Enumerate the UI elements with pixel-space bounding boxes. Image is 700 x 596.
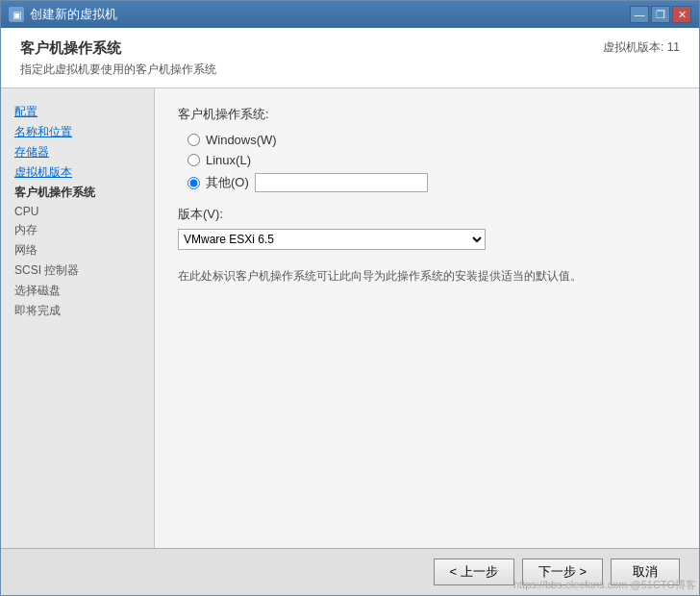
other-os-input[interactable] xyxy=(255,173,428,192)
wizard-header: 客户机操作系统 指定此虚拟机要使用的客户机操作系统 虚拟机版本: 11 xyxy=(1,28,699,88)
radio-windows[interactable] xyxy=(188,134,200,146)
titlebar: ▣ 创建新的虚拟机 — ❐ ✕ xyxy=(1,1,699,28)
window-controls: — ❐ ✕ xyxy=(630,6,691,23)
sidebar-item-disk: 选择磁盘 xyxy=(14,281,154,301)
os-radio-group: Windows(W) Linux(L) 其他(O) xyxy=(188,133,676,192)
version-select-row: VMware ESXi 6.5 VMware ESXi 6.0 VMware E… xyxy=(178,229,676,250)
radio-windows-row: Windows(W) xyxy=(188,133,676,147)
radio-other[interactable] xyxy=(188,177,200,189)
radio-linux-label[interactable]: Linux(L) xyxy=(206,153,251,167)
info-text: 在此处标识客户机操作系统可让此向导为此操作系统的安装提供适当的默认值。 xyxy=(178,267,676,285)
page-title: 客户机操作系统 xyxy=(20,39,216,58)
version-dropdown[interactable]: VMware ESXi 6.5 VMware ESXi 6.0 VMware E… xyxy=(178,229,486,250)
sidebar-item-config[interactable]: 配置 xyxy=(14,102,154,122)
version-info: 虚拟机版本: 11 xyxy=(603,39,680,56)
sidebar-item-cpu: CPU xyxy=(14,203,154,220)
sidebar-item-storage[interactable]: 存储器 xyxy=(14,142,154,162)
sidebar-item-guestos: 客户机操作系统 xyxy=(14,183,154,203)
page-subtitle: 指定此虚拟机要使用的客户机操作系统 xyxy=(20,62,216,78)
radio-linux-row: Linux(L) xyxy=(188,153,676,167)
os-section-label: 客户机操作系统: xyxy=(178,106,676,123)
watermark: https://bbs.elecfans.com @51CTO博客 xyxy=(513,578,696,592)
version-section: 版本(V): VMware ESXi 6.5 VMware ESXi 6.0 V… xyxy=(178,206,676,250)
sidebar-item-finish: 即将完成 xyxy=(14,301,154,321)
sidebar-item-vmversion[interactable]: 虚拟机版本 xyxy=(14,162,154,183)
version-label: 版本(V): xyxy=(178,206,676,223)
radio-linux[interactable] xyxy=(188,154,200,166)
sidebar-item-scsi: SCSI 控制器 xyxy=(14,261,154,281)
close-button[interactable]: ✕ xyxy=(672,6,691,23)
radio-other-row: 其他(O) xyxy=(188,173,676,192)
sidebar-item-network: 网络 xyxy=(14,240,154,261)
app-icon: ▣ xyxy=(9,7,24,22)
sidebar-item-memory: 内存 xyxy=(14,220,154,240)
radio-other-label[interactable]: 其他(O) xyxy=(206,174,249,191)
main-window: ▣ 创建新的虚拟机 — ❐ ✕ 客户机操作系统 指定此虚拟机要使用的客户机操作系… xyxy=(0,0,700,596)
wizard-body: 配置 名称和位置 存储器 虚拟机版本 客户机操作系统 CPU 内存 网络 SCS… xyxy=(1,88,699,548)
window-title: 创建新的虚拟机 xyxy=(30,6,630,23)
header-left: 客户机操作系统 指定此虚拟机要使用的客户机操作系统 xyxy=(20,39,216,78)
main-panel: 客户机操作系统: Windows(W) Linux(L) 其他(O) 版本(V)… xyxy=(155,88,699,548)
radio-windows-label[interactable]: Windows(W) xyxy=(206,133,277,147)
sidebar-item-name[interactable]: 名称和位置 xyxy=(14,122,154,142)
maximize-button[interactable]: ❐ xyxy=(651,6,670,23)
prev-button[interactable]: < 上一步 xyxy=(434,559,514,585)
sidebar: 配置 名称和位置 存储器 虚拟机版本 客户机操作系统 CPU 内存 网络 SCS… xyxy=(1,88,155,548)
minimize-button[interactable]: — xyxy=(630,6,649,23)
